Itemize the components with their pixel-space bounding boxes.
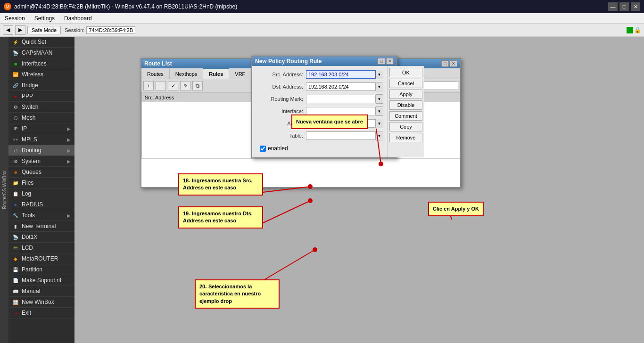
- comment-button[interactable]: Comment: [389, 111, 422, 121]
- sidebar-label-files: Files: [22, 180, 33, 186]
- sidebar-label-make-supout: Make Supout.rif: [22, 277, 61, 284]
- policy-rule-body: Src. Address: ▼ Dst. Address: ▼: [252, 66, 396, 157]
- wireless-icon: 📶: [12, 71, 19, 78]
- safemode-button[interactable]: Safe Mode: [27, 26, 61, 34]
- menu-dashboard[interactable]: Dashboard: [59, 14, 97, 23]
- maximize-button[interactable]: □: [619, 2, 629, 11]
- policy-close[interactable]: ✕: [386, 58, 394, 65]
- table-dropdown[interactable]: ▼: [376, 131, 383, 140]
- sidebar-item-tools[interactable]: 🔧 Tools ▶: [8, 210, 74, 221]
- routing-mark-dropdown[interactable]: ▼: [376, 94, 383, 104]
- tab-vrf[interactable]: VRF: [229, 68, 251, 79]
- interface-dropdown[interactable]: ▼: [376, 106, 383, 116]
- edit-button[interactable]: ✎: [180, 81, 190, 90]
- src-address-dropdown[interactable]: ▼: [376, 70, 383, 79]
- remove-button[interactable]: Remove: [389, 133, 422, 142]
- table-input[interactable]: [306, 131, 376, 140]
- remove-button[interactable]: −: [156, 81, 166, 90]
- bridge-icon: 🔗: [12, 82, 19, 89]
- policy-rule-title-bar[interactable]: New Policy Routing Rule □ ✕: [252, 57, 396, 66]
- ip-arrow: ▶: [67, 126, 71, 131]
- sidebar-label-partition: Partition: [22, 266, 42, 273]
- close-button[interactable]: ✕: [631, 2, 640, 11]
- tools-arrow: ▶: [67, 213, 71, 218]
- sidebar-item-capsman[interactable]: 📡 CAPsMAAN: [8, 48, 74, 58]
- files-icon: 📁: [12, 180, 19, 186]
- policy-maximize[interactable]: □: [378, 58, 385, 65]
- sidebar-item-lcd[interactable]: 📟 LCD: [8, 243, 74, 253]
- sidebar-item-log[interactable]: 📋 Log: [8, 188, 74, 199]
- routelist-maximize[interactable]: □: [441, 60, 449, 67]
- sidebar-item-switch[interactable]: ⚙ Switch: [8, 102, 74, 113]
- tab-nexthops[interactable]: Nexthops: [170, 68, 203, 79]
- menu-settings[interactable]: Settings: [30, 14, 59, 23]
- manual-icon: 📖: [12, 288, 19, 294]
- policy-rule-title: New Policy Routing Rule: [255, 58, 322, 65]
- sidebar-item-dot1x[interactable]: 📡 Dot1X: [8, 232, 74, 243]
- routelist-close[interactable]: ✕: [450, 60, 457, 67]
- winbox-icon: 🪟: [12, 299, 19, 305]
- sidebar-item-new-winbox[interactable]: 🪟 New WinBox: [8, 297, 74, 308]
- routing-mark-input[interactable]: [306, 95, 376, 103]
- mpls-icon: ●●: [12, 136, 19, 143]
- sidebar-item-exit[interactable]: ➜ Exit: [8, 308, 74, 318]
- routeros-label: RouterOS WinBox: [0, 37, 8, 343]
- add-button[interactable]: +: [143, 81, 154, 90]
- tab-routes[interactable]: Routes: [141, 68, 170, 79]
- apply-button[interactable]: Apply: [389, 90, 422, 99]
- system-arrow: ▶: [67, 159, 71, 164]
- sidebar-item-mpls[interactable]: ●● MPLS ▶: [8, 134, 74, 145]
- sidebar-item-make-supout[interactable]: 📄 Make Supout.rif: [8, 275, 74, 286]
- svg-point-7: [308, 198, 313, 203]
- ok-button[interactable]: OK: [389, 68, 422, 77]
- dst-address-input[interactable]: [306, 82, 376, 91]
- sidebar-item-radius[interactable]: ● RADIUS: [8, 199, 74, 210]
- window-title: admin@74:4D:28:B9:F4:2B (MikroTik) - Win…: [14, 3, 237, 10]
- sidebar-item-metarouter[interactable]: ◆ MetaROUTER: [8, 253, 74, 264]
- sidebar-label-tools: Tools: [22, 212, 35, 219]
- lock-icon: 🔒: [634, 27, 641, 33]
- sidebar-item-ppp[interactable]: ● PPP: [8, 91, 74, 102]
- menu-session[interactable]: Session: [0, 14, 30, 23]
- src-address-input[interactable]: [306, 70, 376, 79]
- sidebar-label-queues: Queues: [22, 169, 41, 175]
- tab-rules[interactable]: Rules: [203, 68, 229, 79]
- policy-rule-window: New Policy Routing Rule □ ✕ Src. Address…: [251, 56, 397, 158]
- forward-button[interactable]: ▶: [15, 25, 25, 35]
- sidebar-item-partition[interactable]: 💾 Partition: [8, 264, 74, 275]
- content-area: Route List □ ✕ Routes Nexthops Rules VRF…: [74, 37, 644, 343]
- sidebar-item-manual[interactable]: 📖 Manual: [8, 286, 74, 297]
- sidebar-item-wireless[interactable]: 📶 Wireless: [8, 69, 74, 80]
- copy-button[interactable]: Copy: [389, 122, 422, 131]
- sidebar-item-queues[interactable]: ■ Queues: [8, 167, 74, 178]
- mesh-icon: ⬡: [12, 114, 19, 121]
- svg-line-2: [263, 201, 310, 223]
- disable-button[interactable]: Disable: [389, 100, 422, 110]
- route-list-title: Route List: [144, 60, 172, 67]
- callout-nueva-ventana: Nueva ventana que se abre: [291, 114, 368, 129]
- sidebar-item-ip[interactable]: IP IP ▶: [8, 123, 74, 134]
- enable-button[interactable]: ✓: [168, 81, 178, 90]
- sidebar-item-files[interactable]: 📁 Files: [8, 178, 74, 188]
- sidebar-item-quick-set[interactable]: ⚡ Quick Set: [8, 37, 74, 48]
- enabled-row: enabled: [256, 143, 383, 154]
- sidebar-item-mesh[interactable]: ⬡ Mesh: [8, 113, 74, 123]
- routing-mark-label: Routing Mark:: [256, 96, 303, 102]
- sidebar-label-routing: Routing: [22, 147, 41, 154]
- sidebar-item-routing[interactable]: ⇄ Routing ▶: [8, 145, 74, 156]
- switch-icon: ⚙: [12, 104, 19, 110]
- system-icon: ⚙: [12, 158, 19, 164]
- cancel-button[interactable]: Cancel: [389, 79, 422, 88]
- sidebar-item-system[interactable]: ⚙ System ▶: [8, 156, 74, 167]
- sidebar-item-interfaces[interactable]: ■ Interfaces: [8, 58, 74, 69]
- action-dropdown[interactable]: ▼: [376, 119, 383, 128]
- sidebar-item-bridge[interactable]: 🔗 Bridge: [8, 80, 74, 91]
- sidebar-item-new-terminal[interactable]: ▮ New Terminal: [8, 221, 74, 232]
- back-button[interactable]: ◀: [3, 25, 13, 35]
- menu-bar: Session Settings Dashboard: [0, 13, 644, 24]
- supout-icon: 📄: [12, 277, 19, 284]
- copy-table-button[interactable]: ⧉: [192, 81, 203, 90]
- minimize-button[interactable]: —: [608, 2, 618, 11]
- dst-address-dropdown[interactable]: ▼: [376, 82, 383, 91]
- enabled-checkbox[interactable]: [260, 146, 266, 152]
